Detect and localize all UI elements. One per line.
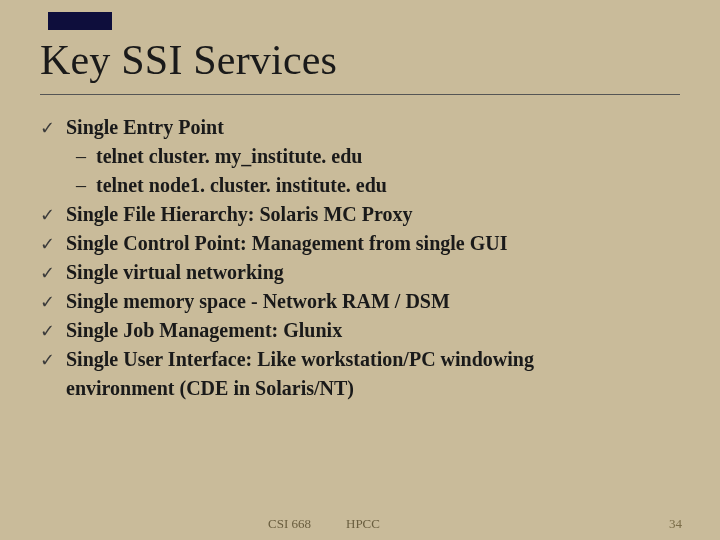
checkmark-icon: ✓: [40, 347, 66, 373]
list-item-text: environment (CDE in Solaris/NT): [66, 374, 680, 403]
list-item: ✓ Single memory space - Network RAM / DS…: [40, 287, 680, 316]
checkmark-icon: ✓: [40, 318, 66, 344]
course-code: CSI 668: [268, 516, 311, 532]
checkmark-icon: ✓: [40, 202, 66, 228]
sub-list-item-text: telnet cluster. my_institute. edu: [96, 142, 680, 171]
list-item-wrap: environment (CDE in Solaris/NT): [40, 374, 680, 403]
checkmark-icon: ✓: [40, 260, 66, 286]
list-item: ✓ Single virtual networking: [40, 258, 680, 287]
list-item-text: Single Control Point: Management from si…: [66, 229, 680, 258]
list-item: ✓ Single Entry Point: [40, 113, 680, 142]
list-item-text: Single User Interface: Like workstation/…: [66, 345, 680, 374]
bullet-list: ✓ Single Entry Point – telnet cluster. m…: [40, 113, 680, 403]
sub-list-item: – telnet cluster. my_institute. edu: [40, 142, 680, 171]
sub-list-item-text: telnet node1. cluster. institute. edu: [96, 171, 680, 200]
footer-topic: HPCC: [346, 516, 380, 532]
checkmark-icon: ✓: [40, 231, 66, 257]
accent-stripe: [48, 12, 112, 30]
list-item: ✓ Single File Hierarchy: Solaris MC Prox…: [40, 200, 680, 229]
list-item: ✓ Single User Interface: Like workstatio…: [40, 345, 680, 374]
list-item: ✓ Single Job Management: Glunix: [40, 316, 680, 345]
list-item-text: Single virtual networking: [66, 258, 680, 287]
list-item: ✓ Single Control Point: Management from …: [40, 229, 680, 258]
list-item-text: Single Entry Point: [66, 113, 680, 142]
slide: Key SSI Services ✓ Single Entry Point – …: [40, 36, 680, 403]
page-number: 34: [669, 516, 682, 532]
dash-icon: –: [76, 142, 96, 171]
sub-list-item: – telnet node1. cluster. institute. edu: [40, 171, 680, 200]
list-item-text: Single memory space - Network RAM / DSM: [66, 287, 680, 316]
list-item-text: Single File Hierarchy: Solaris MC Proxy: [66, 200, 680, 229]
checkmark-icon: ✓: [40, 115, 66, 141]
page-title: Key SSI Services: [40, 36, 680, 95]
list-item-text: Single Job Management: Glunix: [66, 316, 680, 345]
checkmark-icon: ✓: [40, 289, 66, 315]
dash-icon: –: [76, 171, 96, 200]
